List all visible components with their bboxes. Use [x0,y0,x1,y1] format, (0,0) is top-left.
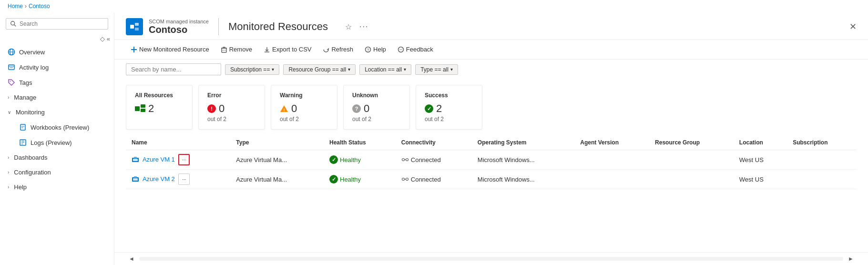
scroll-track[interactable] [139,257,843,261]
sidebar-item-label: Overview [19,49,45,56]
workbook-icon [19,123,27,131]
stat-card-error[interactable]: Error ! 0 out of 2 [198,85,265,130]
sidebar-item-tags[interactable]: Tags [0,75,114,90]
stat-card-success[interactable]: Success ✓ 2 out of 2 [416,85,482,130]
vm-icon-2 [132,175,139,183]
horizontal-scrollbar: ◄ ► [114,252,868,265]
sidebar-item-activity-log[interactable]: Activity log [0,60,114,75]
table-cell-health-1: ✓ Healthy [324,150,396,170]
search-input[interactable] [20,20,82,27]
svg-rect-21 [222,48,226,52]
plus-icon [131,46,137,53]
healthy-icon-2: ✓ [329,175,338,183]
breadcrumb-home[interactable]: Home [8,3,23,10]
tag-icon [8,79,15,86]
col-os: Operating System [472,135,575,150]
svg-rect-46 [133,178,138,181]
expand-icon[interactable]: ◇ [100,35,105,42]
sidebar-item-configuration[interactable]: › Configuration [0,165,114,180]
resource-subtitle: SCOM managed instance [149,19,209,24]
help-button[interactable]: ? Help [360,43,391,55]
location-filter[interactable]: Location == all ▾ [359,64,411,75]
feedback-button[interactable]: Feedback [393,43,438,55]
sidebar-item-logs[interactable]: Logs (Preview) [0,135,114,150]
col-location: Location [734,135,787,150]
sidebar-item-overview[interactable]: Overview [0,44,114,60]
new-monitored-resource-button[interactable]: New Monitored Resource [126,43,214,55]
type-filter[interactable]: Type == all ▾ [415,64,458,75]
svg-rect-34 [141,104,145,108]
sidebar-item-help[interactable]: › Help [0,180,114,194]
sidebar-item-label: Monitoring [16,109,45,116]
table-cell-os-1: Microsoft Windows... [472,150,575,170]
subscription-filter[interactable]: Subscription == ▾ [225,64,279,75]
svg-rect-35 [141,109,145,112]
resource-icon [126,18,143,35]
table-cell-rg-2 [649,170,734,189]
export-csv-button[interactable]: Export to CSV [259,43,316,55]
sidebar-item-manage[interactable]: › Manage [0,90,114,105]
download-icon [264,46,270,53]
sidebar-item-dashboards[interactable]: › Dashboards [0,150,114,165]
svg-line-1 [14,25,16,27]
table-cell-connectivity-1: Connected [396,150,472,170]
col-name: Name [126,135,230,150]
sidebar-item-label: Configuration [14,169,51,176]
sidebar-search-box[interactable] [6,18,108,30]
sidebar-nav: Overview Activity log Tags [0,44,114,194]
warning-icon: ! [280,104,288,113]
svg-text:?: ? [367,48,369,52]
table-cell-agent-2 [574,170,649,189]
chevron-down-icon: ▾ [272,67,274,72]
chevron-right-icon: › [8,184,9,190]
more-options-button[interactable]: ··· [359,22,368,31]
star-button[interactable]: ☆ [345,22,352,31]
table-cell-sub-1 [787,150,857,170]
toolbar: New Monitored Resource Remove Export to … [114,40,868,60]
search-icon [10,20,17,27]
remove-button[interactable]: Remove [216,43,257,55]
scroll-right-button[interactable]: ► [845,255,857,263]
scroll-left-button[interactable]: ◄ [126,255,137,263]
sidebar-item-label: Manage [14,94,36,101]
table-cell-type-2: Azure Virtual Ma... [230,170,324,189]
breadcrumb: Home › Contoso [0,0,868,12]
table-row: Azure VM 1 ··· Azure Virtual Ma... ✓ Hea… [126,150,857,170]
error-sub: out of 2 [207,116,256,122]
svg-point-31 [400,49,401,50]
resources-table: Name Type Health Status Connectivity Ope… [126,135,857,189]
stat-card-warning[interactable]: Warning ! 0 out of 2 [271,85,337,130]
collapse-icon[interactable]: « [107,35,110,42]
col-health-status: Health Status [324,135,396,150]
resource-group-filter[interactable]: Resource Group == all ▾ [283,64,356,75]
table-cell-type-1: Azure Virtual Ma... [230,150,324,170]
table-cell-rg-1 [649,150,734,170]
all-resources-value: 2 [148,102,154,115]
header-actions: ☆ ··· [345,22,368,31]
stat-card-all-resources[interactable]: All Resources 2 [126,85,193,130]
sidebar-item-monitoring[interactable]: ∨ Monitoring [0,105,114,120]
vm-1-more-button[interactable]: ··· [178,154,190,165]
unknown-value: 0 [364,102,369,115]
chevron-right-icon: › [8,170,9,175]
vm-1-link[interactable]: Azure VM 1 [143,156,175,163]
svg-point-30 [399,49,400,50]
vm-2-more-button[interactable]: ··· [178,173,190,185]
stat-card-unknown[interactable]: Unknown ? 0 out of 2 [343,85,410,130]
table-row: Azure VM 2 ··· Azure Virtual Ma... ✓ Hea… [126,170,857,189]
close-button[interactable]: ✕ [849,21,857,32]
sidebar-item-label: Help [14,183,27,191]
svg-point-32 [401,49,402,50]
breadcrumb-current[interactable]: Contoso [29,3,50,10]
sidebar-item-label: Dashboards [14,154,47,161]
svg-rect-39 [134,157,137,158]
refresh-button[interactable]: Refresh [318,43,358,55]
connected-icon-2 [401,175,409,183]
name-search-input[interactable] [126,63,221,75]
content-header: SCOM managed instance Contoso Monitored … [114,12,868,40]
vm-icon-1 [132,156,139,163]
vm-2-link[interactable]: Azure VM 2 [143,175,175,183]
sidebar-item-workbooks[interactable]: Workbooks (Preview) [0,120,114,135]
col-type: Type [230,135,324,150]
resources-table-container: Name Type Health Status Connectivity Ope… [114,135,868,252]
